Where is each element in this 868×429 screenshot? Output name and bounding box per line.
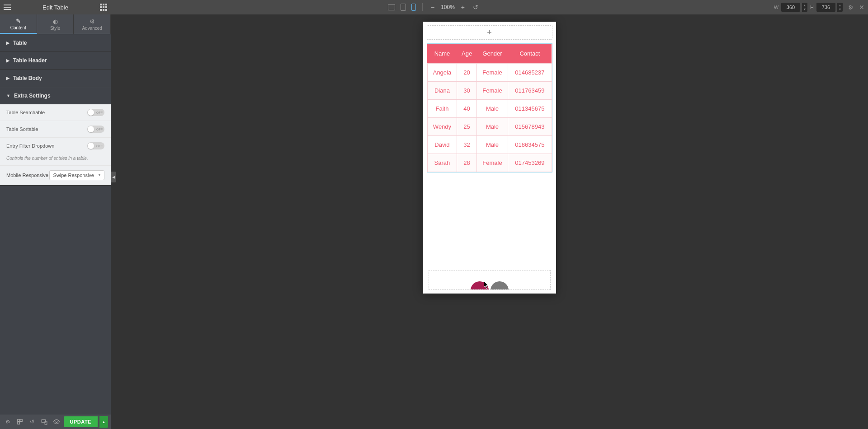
table-cell: Female [476, 154, 508, 172]
zoom-out-button[interactable]: − [429, 4, 436, 11]
footer-responsive-icon[interactable] [39, 416, 50, 427]
table-row: Wendy25Male015678943 [427, 118, 552, 136]
table-header-cell: Name [427, 44, 457, 64]
table-row: Diana30Female011763459 [427, 82, 552, 100]
desktop-icon[interactable] [388, 4, 395, 10]
width-label: W [774, 5, 778, 10]
table-cell: 014685237 [508, 64, 552, 82]
undo-icon[interactable]: ↺ [471, 4, 480, 11]
tab-content[interactable]: ✎ Content [0, 14, 37, 34]
placeholder-dot-gray [491, 281, 509, 290]
mobile-responsive-label: Mobile Responsive [6, 173, 48, 178]
svg-point-5 [56, 421, 57, 423]
section-extra-settings-label: Extra Settings [14, 93, 51, 99]
zoom-value: 100% [441, 4, 455, 10]
tab-advanced[interactable]: ⚙ Advanced [74, 14, 111, 34]
zoom-in-button[interactable]: + [459, 4, 467, 11]
table-header-row: Name Age Gender Contact [427, 44, 552, 64]
sortable-toggle[interactable]: OFF [87, 126, 104, 133]
table-cell: Male [476, 100, 508, 118]
caret-right-icon: ▶ [6, 41, 9, 45]
table-header-cell: Contact [508, 44, 552, 64]
table-cell: 28 [457, 154, 476, 172]
menu-icon[interactable] [0, 0, 14, 14]
table-row: Angela20Female014685237 [427, 64, 552, 82]
table-widget[interactable]: Name Age Gender Contact Angela20Female01… [427, 43, 552, 173]
table-header-cell: Age [457, 44, 476, 64]
close-icon[interactable]: ✕ [859, 4, 864, 11]
mobile-responsive-select[interactable]: Swipe Responsive [49, 170, 105, 180]
table-cell: 011345675 [508, 100, 552, 118]
update-dropdown[interactable]: ▲ [99, 416, 108, 428]
table-cell: 25 [457, 118, 476, 136]
panel-title: Edit Table [14, 4, 96, 11]
table-header-cell: Gender [476, 44, 508, 64]
section-table[interactable]: ▶ Table [0, 34, 111, 51]
table-cell: David [427, 136, 457, 154]
caret-right-icon: ▶ [6, 76, 9, 80]
data-table: Name Age Gender Contact Angela20Female01… [427, 44, 552, 172]
sidebar-panel: ✎ Content ◐ Style ⚙ Advanced ▶ Table ▶ T… [0, 14, 111, 415]
table-cell: 32 [457, 136, 476, 154]
width-spinner[interactable]: ▲▼ [802, 3, 807, 12]
collapse-sidebar-handle[interactable]: ◀ [111, 172, 116, 182]
section-extra-settings[interactable]: ▼ Extra Settings [0, 87, 111, 104]
tab-content-label: Content [10, 25, 26, 30]
table-cell: Female [476, 64, 508, 82]
mobile-icon[interactable] [411, 4, 416, 11]
bottom-bar: ⚙ ↺ UPDATE ▲ [0, 415, 111, 429]
searchable-label: Table Searchable [6, 110, 45, 115]
section-table-body-label: Table Body [13, 75, 42, 81]
table-cell: Sarah [427, 154, 457, 172]
tab-style[interactable]: ◐ Style [37, 14, 74, 34]
searchable-toggle[interactable]: OFF [87, 109, 104, 116]
table-cell: 018634575 [508, 136, 552, 154]
width-input[interactable] [781, 3, 800, 12]
pencil-icon: ✎ [16, 18, 21, 24]
section-table-body[interactable]: ▶ Table Body [0, 70, 111, 87]
table-row: David32Male018634575 [427, 136, 552, 154]
height-label: H [810, 5, 814, 10]
caret-down-icon: ▼ [6, 93, 10, 98]
footer-history-icon[interactable]: ↺ [27, 416, 38, 427]
apps-icon[interactable] [96, 0, 111, 14]
table-cell: Male [476, 136, 508, 154]
svg-rect-0 [18, 420, 20, 422]
section-table-header[interactable]: ▶ Table Header [0, 52, 111, 69]
divider [422, 3, 423, 11]
top-header: Edit Table − 100% + ↺ W ▲▼ H ▲▼ ⚙ ✕ [0, 0, 868, 14]
bottom-placeholder[interactable] [429, 270, 551, 290]
update-button[interactable]: UPDATE [64, 416, 98, 427]
settings-icon[interactable]: ⚙ [848, 4, 854, 11]
svg-rect-1 [20, 420, 23, 422]
table-row: Faith40Male011345675 [427, 100, 552, 118]
tablet-icon[interactable] [401, 4, 406, 11]
svg-rect-2 [18, 422, 20, 424]
footer-preview-icon[interactable] [52, 416, 62, 427]
table-cell: 011763459 [508, 82, 552, 100]
table-cell: Wendy [427, 118, 457, 136]
table-cell: Male [476, 118, 508, 136]
table-row: Sarah28Female017453269 [427, 154, 552, 172]
table-cell: 40 [457, 100, 476, 118]
height-spinner[interactable]: ▲▼ [837, 3, 843, 12]
table-cell: Angela [427, 64, 457, 82]
table-cell: 015678943 [508, 118, 552, 136]
table-cell: 017453269 [508, 154, 552, 172]
section-table-header-label: Table Header [13, 57, 47, 64]
footer-navigator-icon[interactable] [15, 416, 25, 427]
entry-filter-toggle[interactable]: OFF [87, 142, 104, 149]
device-frame: + Name Age Gender Contact Angela20Female… [423, 22, 556, 294]
add-section-button[interactable]: + [427, 25, 552, 40]
height-input[interactable] [816, 3, 835, 12]
table-cell: 20 [457, 64, 476, 82]
table-cell: Female [476, 82, 508, 100]
entry-filter-hint: Controls the number of entries in a tabl… [0, 154, 111, 166]
footer-settings-icon[interactable]: ⚙ [3, 416, 13, 427]
tab-advanced-label: Advanced [82, 26, 102, 31]
contrast-icon: ◐ [53, 18, 58, 25]
caret-right-icon: ▶ [6, 58, 9, 63]
entry-filter-label: Entry Filter Dropdown [6, 143, 54, 149]
mouse-cursor [484, 281, 489, 289]
table-cell: 30 [457, 82, 476, 100]
